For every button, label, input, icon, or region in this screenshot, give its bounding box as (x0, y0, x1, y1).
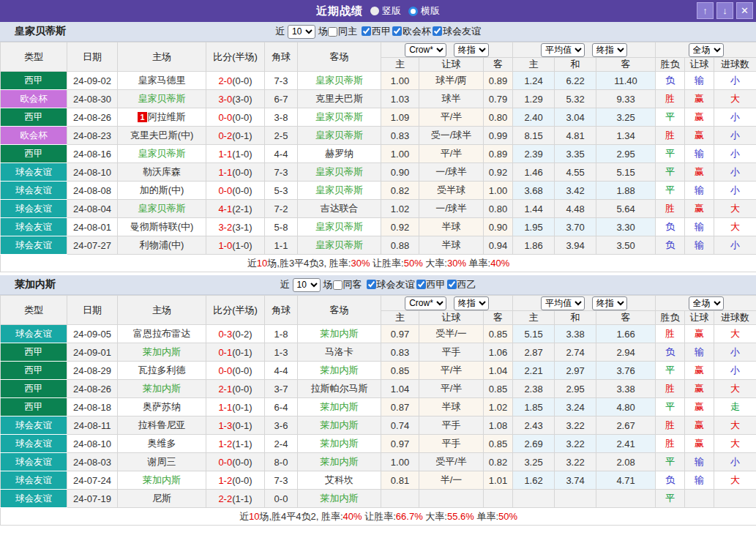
match-score: 3-0(3-0) (206, 90, 265, 108)
league-checkbox[interactable] (392, 26, 402, 36)
summary-row: 近10场,胜3平4负3, 胜率:30% 让胜率:50% 大率:30% 单率:40… (1, 255, 756, 272)
home-team-link[interactable]: 瓦拉多利德 (138, 365, 186, 376)
final-odds-select[interactable]: 终指 (454, 296, 489, 310)
away-team-link[interactable]: 莱加内斯 (321, 493, 359, 504)
layout-vertical-radio[interactable]: 竖版 (370, 4, 401, 18)
match-date: 24-08-01 (67, 218, 118, 236)
odds-company-select[interactable]: Crow* (405, 296, 446, 310)
home-odds: 1.02 (381, 200, 419, 218)
away-odds: 0.99 (484, 127, 513, 145)
league-filter: 欧会杯 (392, 26, 431, 37)
home-team-link[interactable]: 莱加内斯 (143, 383, 181, 394)
match-row: 球会友谊24-08-10勒沃库森1-1(0-0)7-3皇家贝蒂斯0.90一/球半… (1, 163, 756, 182)
corner-score: 3-6 (265, 416, 298, 435)
final-odds-select[interactable]: 终指 (454, 43, 489, 57)
away-team-link[interactable]: 皇家贝蒂斯 (315, 221, 363, 232)
league-checkbox[interactable] (367, 280, 376, 289)
full-match-select[interactable]: 全场 (689, 296, 724, 310)
home-team-link[interactable]: 曼彻斯特联(中) (130, 221, 194, 232)
handicap-line: 受半球 (419, 182, 484, 200)
avg-away-odds: 5.15 (596, 163, 656, 182)
match-count-select[interactable]: 10 (288, 25, 315, 39)
near-label: 近 (280, 278, 290, 291)
away-team-link[interactable]: 皇家贝蒂斯 (315, 111, 363, 122)
home-team-link[interactable]: 奥维多 (148, 438, 176, 449)
full-time-score: 4-1 (218, 203, 232, 214)
same-venue-checkbox[interactable] (328, 27, 337, 37)
home-team-link[interactable]: 皇家贝蒂斯 (138, 93, 186, 104)
home-team-link[interactable]: 莱加内斯 (143, 346, 181, 357)
home-team-link[interactable]: 加的斯(中) (140, 184, 184, 195)
away-team-cell: 皇家贝蒂斯 (298, 218, 381, 236)
away-team-link[interactable]: 莱加内斯 (321, 419, 359, 430)
home-team-link[interactable]: 皇家贝蒂斯 (138, 203, 186, 214)
away-team-link[interactable]: 皇家贝蒂斯 (315, 184, 363, 195)
home-team-link[interactable]: 克里夫巴斯(中) (130, 130, 194, 141)
summary-segment: 30% (447, 258, 466, 269)
away-team-cell: 莱加内斯 (298, 453, 381, 471)
league-filter: 球会友谊 (433, 26, 481, 37)
home-odds: 0.90 (381, 163, 419, 182)
avg-draw-odds: 6.22 (555, 72, 596, 90)
home-team-link[interactable]: 富恩拉布雷达 (133, 328, 190, 339)
away-team-link[interactable]: 艾科坎 (325, 474, 353, 485)
home-team-link[interactable]: 皇家马德里 (138, 75, 186, 86)
average-select[interactable]: 平均值 (541, 296, 585, 310)
home-team-link[interactable]: 阿拉维斯 (148, 111, 186, 122)
match-count-select[interactable]: 10 (293, 278, 321, 292)
red-card-badge: 1 (138, 112, 146, 122)
full-time-score: 0-0 (218, 112, 232, 123)
layout-horizontal-label: 横版 (421, 4, 440, 18)
near-label: 近 (275, 25, 285, 38)
home-team-link[interactable]: 皇家贝蒂斯 (138, 148, 186, 159)
same-venue-checkbox[interactable] (333, 280, 343, 290)
away-team-link[interactable]: 莱加内斯 (321, 438, 359, 449)
match-row: 球会友谊24-07-24莱加内斯1-2(0-0)7-3艾科坎0.81半/一1.0… (1, 471, 756, 490)
same-venue-label: 同客 (343, 278, 362, 291)
away-team-link[interactable]: 皇家贝蒂斯 (315, 75, 363, 86)
home-odds: 0.97 (381, 325, 419, 343)
away-team-cell: 莱加内斯 (298, 490, 381, 508)
avg-away-odds: 9.33 (596, 90, 656, 108)
full-match-select[interactable]: 全场 (689, 43, 724, 57)
close-icon: ✕ (741, 5, 749, 16)
away-team-link[interactable]: 皇家贝蒂斯 (315, 130, 363, 141)
league-checkbox[interactable] (447, 280, 457, 289)
away-team-link[interactable]: 皇家贝蒂斯 (315, 239, 363, 250)
home-team-link[interactable]: 奥萨苏纳 (143, 401, 181, 412)
home-team-link[interactable]: 拉科鲁尼亚 (138, 419, 186, 430)
away-team-cell: 皇家贝蒂斯 (298, 236, 381, 255)
league-checkbox[interactable] (416, 280, 426, 289)
summary-segment: 让胜率: (362, 511, 396, 522)
away-team-link[interactable]: 皇家贝蒂斯 (315, 166, 363, 177)
away-team-link[interactable]: 克里夫巴斯 (315, 93, 363, 104)
half-time-score: (2-1) (232, 203, 252, 214)
away-team-link[interactable]: 赫罗纳 (325, 148, 353, 159)
move-down-button[interactable]: ↓ (716, 2, 733, 19)
away-team-link[interactable]: 莱加内斯 (321, 365, 359, 376)
home-team-link[interactable]: 尼斯 (152, 493, 171, 504)
home-team-cell: 富恩拉布雷达 (118, 325, 206, 343)
layout-horizontal-radio[interactable]: 横版 (408, 4, 440, 18)
average-select[interactable]: 平均值 (541, 43, 585, 57)
league-checkbox[interactable] (433, 26, 442, 36)
home-team-link[interactable]: 勒沃库森 (143, 166, 181, 177)
away-team-link[interactable]: 莱加内斯 (321, 401, 359, 412)
home-team-link[interactable]: 谢周三 (148, 456, 176, 467)
move-up-button[interactable]: ↑ (697, 2, 714, 19)
final-odds-select-2[interactable]: 终指 (592, 296, 627, 310)
away-team-cell: 莱加内斯 (298, 435, 381, 453)
league-checkbox[interactable] (362, 26, 371, 36)
away-team-link[interactable]: 吉达联合 (321, 203, 359, 214)
final-odds-select-2[interactable]: 终指 (592, 43, 627, 57)
half-time-score: (0-1) (232, 347, 252, 358)
away-team-link[interactable]: 莱加内斯 (321, 456, 359, 467)
odds-company-select[interactable]: Crow* (405, 43, 446, 57)
home-team-link[interactable]: 利物浦(中) (140, 239, 184, 250)
away-team-link[interactable]: 拉斯帕尔马斯 (311, 383, 368, 394)
home-team-link[interactable]: 莱加内斯 (143, 474, 181, 485)
away-team-link[interactable]: 马洛卡 (325, 346, 353, 357)
home-odds: 1.00 (381, 145, 419, 163)
close-button[interactable]: ✕ (736, 2, 753, 19)
away-team-link[interactable]: 莱加内斯 (321, 328, 359, 339)
